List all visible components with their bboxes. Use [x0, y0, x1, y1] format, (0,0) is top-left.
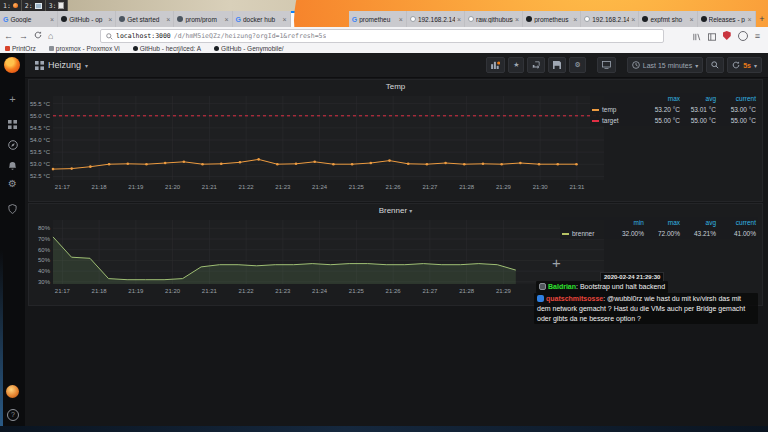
svg-text:21:17: 21:17 [55, 288, 71, 294]
close-icon[interactable]: × [631, 16, 635, 23]
svg-text:21:28: 21:28 [459, 288, 475, 294]
chevron-down-icon: ▾ [85, 62, 88, 69]
svg-text:21:20: 21:20 [165, 288, 181, 294]
browser-tab-bar: GGoogle× GitHub - op× Get started× prom/… [0, 11, 768, 27]
tab-google[interactable]: GGoogle× [0, 11, 58, 27]
workspace-1[interactable]: 1: [0, 0, 22, 11]
tab-heizung-active[interactable]: Heizung - G× [291, 11, 349, 27]
panel-title[interactable]: Brenner ▾ [29, 204, 762, 216]
reload-button[interactable] [34, 31, 42, 41]
close-icon[interactable]: × [689, 16, 693, 23]
settings-gear-button[interactable]: ⚙ [569, 57, 585, 73]
svg-text:21:17: 21:17 [55, 184, 71, 190]
workspace-2[interactable]: 2: [22, 0, 46, 11]
legend-series-brenner[interactable]: brenner [562, 230, 608, 237]
admin-shield-icon[interactable] [0, 200, 25, 218]
chevron-down-icon: ▾ [754, 62, 757, 69]
close-icon[interactable]: × [399, 16, 403, 23]
close-icon[interactable]: × [748, 16, 752, 23]
bookmark-github-genymobile[interactable]: GitHub - Genymobile/ [214, 45, 284, 52]
close-icon[interactable]: × [166, 16, 170, 23]
grafana-navbar: Heizung ▾ ★ ⚙ Last 15 minutes ▾ 5s ▾ [25, 53, 768, 78]
tab-get-started[interactable]: Get started× [116, 11, 174, 27]
sidebar-icon[interactable] [708, 27, 716, 45]
panel-title[interactable]: Temp [29, 80, 762, 92]
library-icon[interactable] [693, 27, 701, 45]
dashboard-title-group[interactable]: Heizung ▾ [35, 53, 88, 77]
save-button[interactable] [548, 57, 566, 73]
bookmark-proxmox[interactable]: proxmox - Proxmox Vi [49, 45, 120, 52]
page-favicon [468, 16, 474, 22]
add-panel-button[interactable] [486, 57, 505, 73]
github-favicon [214, 46, 219, 51]
tab-prometheus-search[interactable]: Gprometheu× [349, 11, 407, 27]
close-icon[interactable]: × [515, 16, 519, 23]
close-icon[interactable]: × [108, 16, 112, 23]
user-avatar[interactable] [6, 385, 19, 398]
page-favicon [410, 16, 416, 22]
legend-series-temp[interactable]: temp [592, 106, 642, 113]
dashboard-grid-icon [35, 61, 44, 70]
workspace-3[interactable]: 3: [46, 0, 69, 11]
site-favicon [119, 16, 125, 22]
ublock-icon[interactable] [723, 31, 731, 40]
tab-ip-2[interactable]: 192.168.2.149:1× [581, 11, 639, 27]
zoom-out-button[interactable] [706, 57, 724, 73]
svg-text:21:21: 21:21 [202, 184, 218, 190]
svg-text:21:19: 21:19 [128, 288, 144, 294]
chat-message: quatschmitsosse: @wubbl0rz wie hast du m… [534, 293, 758, 324]
svg-text:21:31: 21:31 [569, 184, 585, 190]
svg-text:21:27: 21:27 [422, 288, 438, 294]
workspace-3-label: 3: [49, 2, 57, 10]
share-button[interactable] [527, 57, 545, 73]
tab-github-op[interactable]: GitHub - op× [58, 11, 116, 27]
tab-ip-1[interactable]: 192.168.2.149:× [407, 11, 465, 27]
close-icon[interactable]: × [573, 16, 577, 23]
menu-icon[interactable]: ≡ [755, 31, 760, 41]
help-icon[interactable]: ? [7, 409, 19, 421]
url-path: /d/hmM5ieQZz/heizung?orgId=1&refresh=5s [174, 32, 327, 40]
close-icon[interactable]: × [50, 16, 54, 23]
explore-compass-icon[interactable] [0, 136, 25, 154]
bookmark-github-iced[interactable]: GitHub - hecrj/iced: A [133, 45, 201, 52]
home-button[interactable]: ⌂ [48, 31, 53, 41]
bookmark-printorz[interactable]: PrintOrz [5, 45, 36, 52]
github-favicon [701, 16, 707, 22]
svg-text:70%: 70% [38, 236, 51, 242]
svg-text:54.5 °C: 54.5 °C [30, 125, 51, 131]
tab-docker-hub[interactable]: Gdocker hub× [233, 11, 291, 27]
alerting-bell-icon[interactable] [0, 157, 25, 175]
account-icon[interactable] [738, 31, 748, 41]
refresh-picker[interactable]: 5s ▾ [727, 57, 762, 73]
tab-releases[interactable]: Releases - p× [698, 11, 756, 27]
url-bar[interactable]: localhost:3000/d/hmM5ieQZz/heizung?orgId… [100, 29, 664, 43]
svg-text:21:18: 21:18 [92, 288, 108, 294]
back-button[interactable]: ← [4, 31, 13, 41]
tab-prometheus-github[interactable]: prometheus× [523, 11, 581, 27]
grafana-logo-icon[interactable] [4, 57, 20, 73]
configuration-gear-icon[interactable]: ⚙ [0, 178, 25, 189]
close-icon[interactable]: × [224, 16, 228, 23]
legend-series-target[interactable]: target [592, 117, 642, 124]
tab-prom-prom[interactable]: prom/prom× [174, 11, 232, 27]
forward-button[interactable]: → [19, 31, 28, 41]
svg-text:30%: 30% [38, 279, 51, 285]
close-icon[interactable]: × [457, 16, 461, 23]
time-range-picker[interactable]: Last 15 minutes ▾ [627, 57, 703, 73]
chat-message: Baldrian: Bootstrap und halt backend [536, 281, 668, 293]
new-tab-button[interactable]: + [756, 11, 768, 27]
dashboard-title: Heizung [48, 60, 81, 70]
page-favicon [584, 16, 590, 22]
svg-text:40%: 40% [38, 268, 51, 274]
search-icon [711, 61, 719, 69]
dashboards-grid-icon[interactable] [0, 115, 25, 133]
tab-expfmt[interactable]: expfmt sho× [639, 11, 697, 27]
svg-text:21:26: 21:26 [386, 288, 402, 294]
tv-kiosk-button[interactable] [597, 57, 616, 73]
close-icon[interactable]: × [283, 16, 287, 23]
tab-raw-githubusercontent[interactable]: raw.githubuser× [465, 11, 523, 27]
svg-text:60%: 60% [38, 247, 51, 253]
star-button[interactable]: ★ [508, 57, 524, 73]
chat-username: quatschmitsosse [546, 295, 603, 302]
create-plus-icon[interactable]: + [0, 93, 25, 105]
